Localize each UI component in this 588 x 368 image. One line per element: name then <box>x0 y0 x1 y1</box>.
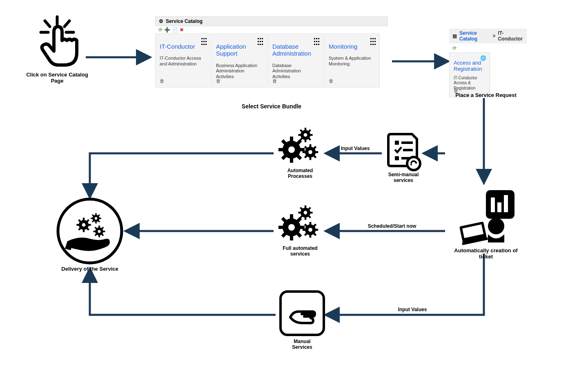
breadcrumb: ▦ Service Catalog > IT-Conductor <box>449 29 527 43</box>
svg-rect-39 <box>305 139 306 142</box>
svg-line-8 <box>45 21 50 27</box>
catalog-card[interactable]: Monitoring System & Application Monitori… <box>324 34 380 88</box>
grid-icon: ▦ <box>452 33 457 39</box>
svg-point-100 <box>95 217 97 220</box>
svg-rect-102 <box>95 222 96 224</box>
svg-rect-22 <box>403 149 413 151</box>
svg-rect-21 <box>401 141 413 144</box>
delivery-icon <box>53 196 127 266</box>
trash-icon[interactable]: 🗑 <box>329 78 334 84</box>
svg-rect-30 <box>278 148 283 151</box>
label-input-values-2: Input Values <box>384 307 441 312</box>
svg-point-16 <box>488 218 504 234</box>
request-card[interactable]: 🌐 Access and Registration IT-Conductor A… <box>449 52 490 97</box>
trash-icon[interactable]: 🗑 <box>272 78 277 84</box>
delete-icon[interactable]: ✖ <box>180 27 184 33</box>
svg-rect-79 <box>310 235 312 238</box>
request-card-title: Access and Registration <box>454 60 486 72</box>
svg-rect-71 <box>310 212 313 213</box>
svg-rect-49 <box>310 157 312 160</box>
manual-hand-icon <box>279 290 325 336</box>
card-title: Database Administration <box>272 43 319 57</box>
svg-rect-113 <box>94 231 96 232</box>
svg-rect-20 <box>395 141 399 145</box>
svg-point-110 <box>98 230 100 233</box>
gears-icon <box>278 204 323 245</box>
svg-rect-51 <box>315 151 318 153</box>
click-icon <box>24 14 90 72</box>
svg-rect-28 <box>290 137 293 141</box>
gear-small-icon: ⚙ <box>159 18 163 24</box>
catalog-card[interactable]: IT-Conductor IT-Conductor Access and Adm… <box>155 34 211 88</box>
svg-point-47 <box>308 150 312 154</box>
svg-point-37 <box>304 133 307 137</box>
svg-rect-91 <box>83 218 85 220</box>
full-auto-caption: Full automated services <box>278 245 323 257</box>
svg-rect-38 <box>305 128 306 130</box>
card-title: IT-Conductor <box>160 43 206 50</box>
copy-icon[interactable]: 📄 <box>172 27 178 33</box>
svg-rect-112 <box>98 235 100 237</box>
step1-caption: Click on Service Catalog Page <box>24 72 90 84</box>
svg-rect-68 <box>305 205 306 208</box>
catalog-card[interactable]: Application Support Business Application… <box>212 34 267 88</box>
svg-rect-111 <box>98 226 100 228</box>
svg-rect-41 <box>310 134 313 136</box>
svg-rect-48 <box>310 144 312 147</box>
svg-rect-23 <box>395 156 399 160</box>
breadcrumb-sep: > <box>492 33 495 39</box>
breadcrumb-leaf: IT-Conductor <box>498 30 523 42</box>
svg-rect-80 <box>303 229 305 231</box>
manual-caption: Manual Services <box>278 339 327 350</box>
refresh-icon[interactable]: ⟳ <box>158 27 163 33</box>
ticket-icon <box>449 186 523 247</box>
label-input-values-1: Input Values <box>331 146 380 151</box>
breadcrumb-root[interactable]: Service Catalog <box>459 30 490 42</box>
catalog-header: ⚙ Service Catalog <box>155 16 388 26</box>
svg-point-77 <box>308 228 312 232</box>
svg-point-27 <box>288 146 295 153</box>
svg-rect-101 <box>95 213 96 215</box>
svg-rect-50 <box>303 151 305 153</box>
card-title: Application Support <box>216 43 263 57</box>
card-desc: Database Administration Activities <box>272 63 319 80</box>
svg-rect-103 <box>91 218 93 219</box>
svg-rect-61 <box>300 226 305 229</box>
svg-point-88 <box>58 199 122 263</box>
svg-rect-59 <box>290 236 293 240</box>
card-title: Monitoring <box>329 43 375 50</box>
catalog-cards: IT-Conductor IT-Conductor Access and Adm… <box>155 34 388 88</box>
grip-icon <box>370 36 376 45</box>
add-icon[interactable]: ➕ <box>164 27 170 33</box>
svg-point-25 <box>407 157 420 170</box>
svg-point-57 <box>288 224 295 231</box>
grip-icon <box>201 36 207 45</box>
refresh-icon[interactable]: ⟳ <box>452 45 457 51</box>
semi-caption: Semi-manual services <box>383 172 424 183</box>
svg-rect-92 <box>83 229 85 232</box>
trash-icon[interactable]: 🗑 <box>216 78 221 84</box>
svg-rect-78 <box>310 222 312 225</box>
svg-rect-58 <box>290 214 293 219</box>
delivery-caption: Delivery of the Service <box>53 266 127 272</box>
svg-rect-14 <box>497 202 501 212</box>
svg-rect-70 <box>298 212 301 213</box>
card-desc: System & Application Monitoring <box>329 56 375 67</box>
trash-icon[interactable]: 🗑 <box>160 78 165 84</box>
svg-rect-40 <box>298 134 301 136</box>
label-scheduled: Scheduled/Start now <box>355 223 429 229</box>
svg-rect-15 <box>504 195 508 212</box>
catalog-caption: Select Service Bundle <box>155 103 388 110</box>
catalog-card[interactable]: Database Administration Database Adminis… <box>268 34 323 88</box>
ticket-caption: Automatically creation of ticket <box>449 247 523 260</box>
svg-rect-60 <box>278 226 283 229</box>
card-desc: Business Application Administration Acti… <box>216 63 263 80</box>
svg-rect-13 <box>491 197 495 212</box>
grip-icon <box>314 36 320 45</box>
catalog-title: Service Catalog <box>166 18 203 24</box>
svg-rect-69 <box>305 217 306 220</box>
svg-line-9 <box>65 21 69 27</box>
checklist-refresh-icon <box>383 131 424 172</box>
svg-point-67 <box>304 211 307 215</box>
catalog-toolbar: ⟳ ➕ 📄 ✖ <box>155 26 388 34</box>
